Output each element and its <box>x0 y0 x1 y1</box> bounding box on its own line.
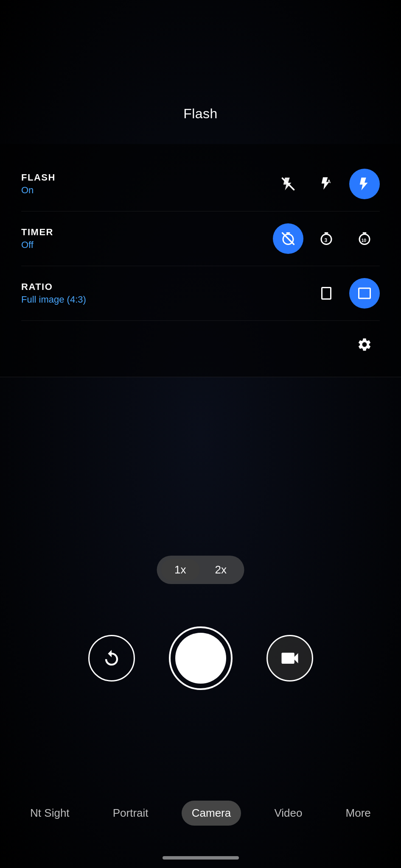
nav-more[interactable]: More <box>336 801 381 826</box>
flash-controls: A <box>273 169 380 199</box>
timer-setting-row: TIMER Off 3 <box>21 211 380 266</box>
timer-controls: 3 10 <box>273 223 380 254</box>
settings-panel: FLASH On A <box>0 144 401 377</box>
ratio-43-button[interactable] <box>349 278 380 309</box>
bottom-nav: Nt Sight Portrait Camera Video More <box>0 801 401 826</box>
shutter-button[interactable] <box>169 626 233 690</box>
timer-value: Off <box>21 239 53 250</box>
nav-portrait[interactable]: Portrait <box>103 801 159 826</box>
ratio-value: Full image (4:3) <box>21 294 86 305</box>
ratio-setting-row: RATIO Full image (4:3) <box>21 266 380 321</box>
ratio-label-group: RATIO Full image (4:3) <box>21 281 86 305</box>
zoom-selector: 1x 2x <box>157 556 244 584</box>
svg-text:A: A <box>327 179 331 184</box>
flash-auto-button[interactable]: A <box>311 169 342 199</box>
camera-viewfinder <box>0 0 401 868</box>
settings-gear-button[interactable] <box>349 329 380 360</box>
nav-video[interactable]: Video <box>264 801 312 826</box>
camera-controls <box>0 626 401 690</box>
svg-rect-9 <box>359 288 370 298</box>
flash-on-button[interactable] <box>349 169 380 199</box>
flash-setting-row: FLASH On A <box>21 157 380 211</box>
ratio-label: RATIO <box>21 281 86 292</box>
flash-title: Flash <box>183 106 218 122</box>
ratio-controls <box>311 278 380 309</box>
nav-camera[interactable]: Camera <box>182 801 241 826</box>
svg-rect-8 <box>322 288 331 299</box>
timer-off-button[interactable] <box>273 223 303 254</box>
zoom-2x-button[interactable]: 2x <box>202 559 240 581</box>
timer-3s-button[interactable]: 3 <box>311 223 342 254</box>
flash-off-button[interactable] <box>273 169 303 199</box>
ratio-169-button[interactable] <box>311 278 342 309</box>
shutter-inner <box>175 633 226 684</box>
home-indicator <box>163 856 239 860</box>
svg-text:10: 10 <box>362 238 367 243</box>
flash-label-group: FLASH On <box>21 172 56 196</box>
timer-label: TIMER <box>21 227 53 238</box>
svg-text:3: 3 <box>325 237 328 243</box>
gear-row <box>21 321 380 364</box>
zoom-1x-button[interactable]: 1x <box>161 559 199 581</box>
timer-10s-button[interactable]: 10 <box>349 223 380 254</box>
nav-night-sight[interactable]: Nt Sight <box>20 801 80 826</box>
timer-label-group: TIMER Off <box>21 227 53 250</box>
video-record-button[interactable] <box>266 635 313 682</box>
flash-label: FLASH <box>21 172 56 183</box>
flip-camera-button[interactable] <box>88 635 135 682</box>
flash-value: On <box>21 185 56 196</box>
